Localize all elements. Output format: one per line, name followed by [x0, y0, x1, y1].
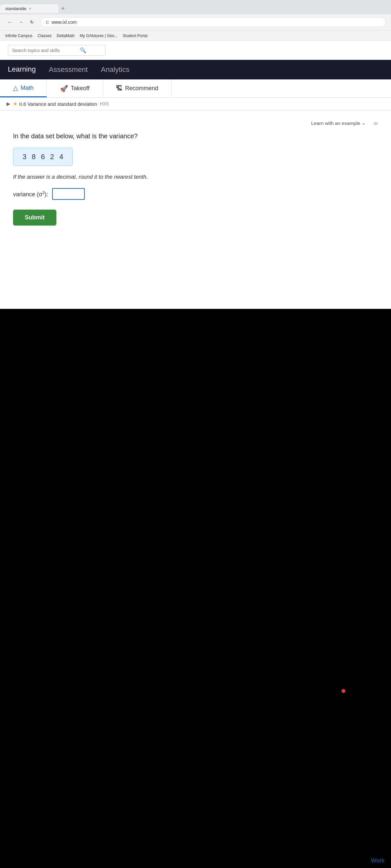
variance-label: variance (σ2):: [13, 190, 48, 198]
bookmarks-bar: Infinite Campus Classes DeltaMath My GAf…: [0, 30, 391, 41]
sub-nav-recommend-label: Recommend: [125, 85, 158, 92]
bookmark-student-portal[interactable]: Student Portal: [123, 33, 148, 38]
sub-nav-takeoff[interactable]: 🚀 Takeoff: [47, 80, 103, 97]
sub-nav-recommend[interactable]: 🏗 Recommend: [103, 80, 172, 97]
refresh-button[interactable]: ↻: [27, 18, 36, 27]
breadcrumb-title: II.6 Variance and standard deviation: [19, 101, 97, 107]
hint-text: If the answer is a decimal, round it to …: [13, 174, 378, 180]
takeoff-icon: 🚀: [60, 85, 68, 92]
bookmark-label: Infinite Campus: [5, 33, 32, 38]
data-value-4: 2: [50, 153, 54, 161]
browser-nav-buttons: ← → ↻: [5, 18, 36, 27]
search-icon: 🔍: [80, 47, 86, 53]
nav-assessment[interactable]: Assessment: [49, 60, 88, 80]
sub-nav-takeoff-label: Takeoff: [71, 85, 90, 92]
bookmark-gafutures[interactable]: My GAfutures | Geo...: [80, 33, 118, 38]
math-icon: △: [13, 84, 18, 92]
sub-nav-math-label: Math: [21, 85, 33, 91]
nav-analytics[interactable]: Analytics: [101, 60, 129, 80]
bookmark-infinite-campus[interactable]: Infinite Campus: [5, 33, 32, 38]
url-text: www.ixl.com: [52, 20, 77, 25]
recommend-icon: 🏗: [116, 85, 122, 92]
bookmark-label: Student Portal: [123, 33, 148, 38]
red-dot: [341, 689, 345, 693]
data-value-5: 4: [59, 153, 63, 161]
data-value-1: 3: [23, 153, 26, 161]
tab-close-icon[interactable]: ×: [29, 6, 31, 10]
breadcrumb-arrow-icon: ▶: [6, 101, 10, 107]
sub-nav: △ Math 🚀 Takeoff 🏗 Recommend: [0, 80, 391, 98]
address-bar: ← → ↻ C www.ixl.com: [0, 14, 391, 30]
tab-title: standardde: [5, 6, 26, 11]
browser-chrome: standardde × + ← → ↻ C www.ixl.com Infin…: [0, 0, 391, 41]
forward-button[interactable]: →: [16, 18, 25, 27]
work-button[interactable]: Work: [364, 854, 391, 868]
breadcrumb-star-icon[interactable]: ★: [13, 101, 17, 107]
learn-example-link[interactable]: Learn with an example ⌄: [311, 120, 366, 126]
back-button[interactable]: ←: [5, 18, 14, 27]
or-text: or: [374, 120, 378, 126]
data-value-3: 6: [41, 153, 45, 161]
search-input[interactable]: [12, 48, 77, 53]
question-text: In the data set below, what is the varia…: [13, 132, 378, 140]
data-set: 3 8 6 2 4: [13, 148, 73, 166]
new-tab-button[interactable]: +: [59, 5, 67, 12]
black-area: [0, 309, 391, 732]
tab-bar: standardde × +: [0, 0, 391, 14]
nav-learning[interactable]: Learning: [8, 59, 36, 81]
submit-button[interactable]: Submit: [13, 210, 56, 225]
secure-indicator: C: [46, 20, 49, 25]
search-bar: 🔍: [0, 41, 391, 60]
bookmark-deltamath[interactable]: DeltaMath: [57, 33, 75, 38]
bookmark-label: DeltaMath: [57, 33, 75, 38]
main-nav: Learning Assessment Analytics: [0, 60, 391, 80]
data-value-2: 8: [32, 153, 35, 161]
search-wrapper[interactable]: 🔍: [8, 45, 106, 56]
url-bar[interactable]: C www.ixl.com: [40, 17, 386, 27]
variance-input[interactable]: [52, 188, 85, 200]
breadcrumb-code: HX5: [100, 101, 109, 106]
bookmark-label: Classes: [37, 33, 52, 38]
browser-tab[interactable]: standardde ×: [0, 4, 59, 13]
ixl-app: 🔍 Learning Assessment Analytics △ Math 🚀…: [0, 41, 391, 309]
sub-nav-math[interactable]: △ Math: [0, 80, 47, 97]
variance-input-row: variance (σ2):: [13, 188, 378, 200]
breadcrumb-bar: ▶ ★ II.6 Variance and standard deviation…: [0, 98, 391, 110]
learn-example-row: Learn with an example ⌄ or: [13, 120, 378, 126]
bookmark-classes[interactable]: Classes: [37, 33, 52, 38]
learn-example-label: Learn with an example: [311, 120, 360, 126]
bookmark-label: My GAfutures | Geo...: [80, 33, 118, 38]
chevron-down-icon: ⌄: [362, 120, 366, 126]
question-area: Learn with an example ⌄ or In the data s…: [0, 110, 391, 306]
